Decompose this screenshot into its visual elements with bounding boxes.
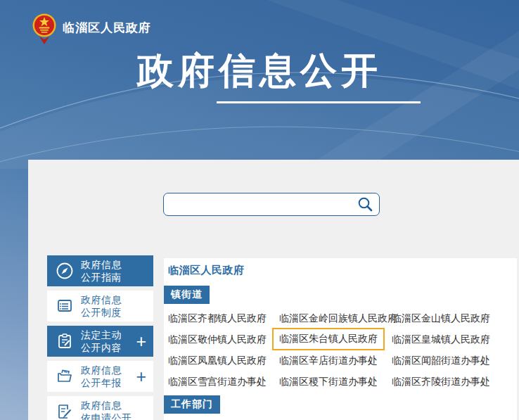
document-list-icon	[55, 296, 75, 316]
document-pen-icon	[55, 402, 75, 420]
gov-unit-link[interactable]: 临淄区齐都镇人民政府	[168, 312, 267, 324]
expand-plus-icon[interactable]: +	[136, 369, 146, 383]
search-button[interactable]	[357, 196, 379, 212]
search-box	[163, 193, 380, 216]
clipboard-pen-icon	[55, 331, 75, 351]
sidebar-item-fading-zhudong[interactable]: 法定主动 公开内容 +	[47, 326, 153, 357]
content-panel: 政府信息 公开指南 政府信息 公开制度	[28, 160, 519, 420]
gov-unit-link[interactable]: 临淄区金岭回族镇人民政府	[279, 312, 397, 324]
national-emblem-logo[interactable]	[32, 11, 56, 44]
sidebar-item-label: 政府信息 公开制度	[81, 293, 122, 319]
sidebar-item-label: 法定主动 公开内容	[81, 329, 122, 354]
gov-unit-link[interactable]: 临淄区凤凰镇人民政府	[168, 355, 267, 366]
main-content: 临淄区人民政府 镇街道 临淄区齐都镇人民政府 临淄区金岭回族镇人民政府 临淄区金…	[164, 258, 517, 420]
search-icon	[357, 196, 373, 212]
page-title: 政府信息公开	[0, 46, 519, 96]
sidebar-item-label: 政府信息 依申请公开	[81, 399, 132, 420]
sidebar-item-gongkai-zhinan[interactable]: 政府信息 公开指南	[47, 255, 153, 286]
main-title: 临淄区人民政府	[168, 264, 245, 277]
gov-unit-link[interactable]: 临淄区敬仲镇人民政府	[168, 333, 267, 345]
gov-unit-link[interactable]: 临淄区稷下街道办事处	[279, 376, 378, 387]
grid-cell: 临淄区朱台镇人民政府	[279, 328, 392, 350]
search-input[interactable]	[164, 193, 357, 215]
sidebar-item-gongkai-zhidu[interactable]: 政府信息 公开制度	[47, 291, 153, 322]
folder-icon	[55, 367, 75, 386]
sidebar-item-gongkai-nianbao[interactable]: 政府信息 公开年报 +	[47, 361, 153, 392]
grid-cell: 临淄区金山镇人民政府	[392, 312, 517, 325]
site-name[interactable]: 临淄区人民政府	[63, 20, 151, 36]
grid-cell: 临淄区闻韶街道办事处	[392, 354, 517, 367]
section-badge-departments: 工作部门	[164, 395, 220, 414]
gov-unit-link-highlighted[interactable]: 临淄区朱台镇人民政府	[272, 328, 385, 350]
gov-unit-link[interactable]: 临淄区皇城镇人民政府	[392, 333, 490, 345]
sidebar-item-label: 政府信息 公开年报	[81, 364, 122, 389]
sidebar-item-label: 政府信息 公开指南	[81, 258, 122, 284]
compass-icon	[55, 261, 75, 281]
gov-unit-link[interactable]: 临淄区雪宫街道办事处	[168, 376, 267, 387]
title-underline	[217, 101, 421, 103]
grid-cell: 临淄区稷下街道办事处	[279, 375, 392, 388]
grid-cell: 临淄区齐陵街道办事处	[392, 375, 517, 388]
grid-cell: 临淄区金岭回族镇人民政府	[279, 312, 392, 325]
grid-cell: 临淄区雪宫街道办事处	[168, 375, 279, 388]
grid-cell: 临淄区辛店街道办事处	[279, 354, 392, 367]
grid-cell: 临淄区皇城镇人民政府	[392, 333, 517, 346]
sidebar-nav: 政府信息 公开指南 政府信息 公开制度	[47, 255, 153, 420]
sidebar-item-yishenqing-gongkai[interactable]: 政府信息 依申请公开	[47, 396, 153, 420]
gov-unit-link[interactable]: 临淄区金山镇人民政府	[392, 312, 490, 324]
gov-unit-link[interactable]: 临淄区齐陵街道办事处	[392, 376, 490, 387]
expand-plus-icon[interactable]: +	[136, 334, 146, 348]
grid-cell: 临淄区敬仲镇人民政府	[168, 333, 279, 346]
grid-cell: 临淄区凤凰镇人民政府	[168, 354, 279, 367]
gov-unit-link[interactable]: 临淄区辛店街道办事处	[279, 355, 378, 366]
section-badge-towns: 镇街道	[164, 286, 210, 304]
grid-cell: 临淄区齐都镇人民政府	[168, 312, 279, 325]
town-links-grid: 临淄区齐都镇人民政府 临淄区金岭回族镇人民政府 临淄区金山镇人民政府 临淄区敬仲…	[168, 307, 517, 392]
gov-unit-link[interactable]: 临淄区闻韶街道办事处	[392, 355, 490, 366]
site-header: 临淄区人民政府	[32, 11, 151, 44]
